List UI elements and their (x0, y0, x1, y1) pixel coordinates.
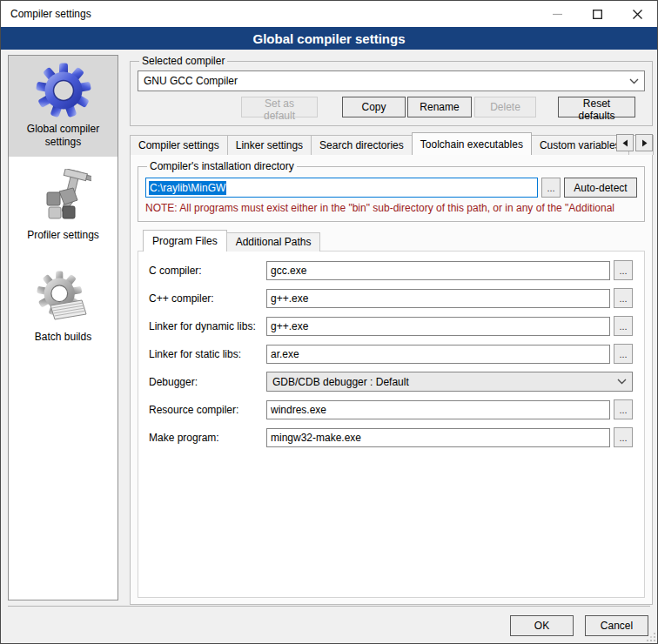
delete-button[interactable]: Delete (474, 97, 536, 117)
title-bar: Compiler settings (1, 1, 657, 27)
subtab-additional-paths[interactable]: Additional Paths (226, 232, 321, 252)
tab-toolchain-executables[interactable]: Toolchain executables (412, 132, 532, 155)
auto-detect-button[interactable]: Auto-detect (564, 178, 637, 198)
window-title: Compiler settings (1, 8, 91, 20)
sidebar-item-label: Global compiler settings (11, 123, 115, 149)
make-program-input[interactable] (266, 428, 610, 447)
subtab-program-files[interactable]: Program Files (143, 230, 227, 252)
static-linker-label: Linker for static libs: (149, 348, 266, 360)
make-program-label: Make program: (149, 432, 266, 444)
sidebar-item-batch-builds[interactable]: Batch builds (9, 264, 118, 352)
c-compiler-browse-button[interactable]: ... (614, 260, 633, 280)
form-row-debugger: Debugger: GDB/CDB debugger : Default (149, 372, 633, 392)
compiler-select[interactable]: GNU GCC Compiler (138, 70, 645, 91)
settings-category-list: Global compiler settings Profiler (8, 55, 118, 600)
installation-directory-browse-button[interactable]: ... (541, 178, 561, 198)
program-files-panel: C compiler: ... C++ compiler: ... Linker… (138, 251, 645, 598)
caliper-icon (36, 169, 91, 225)
selected-compiler-legend: Selected compiler (139, 55, 227, 67)
form-row-cpp-compiler: C++ compiler: ... (149, 288, 633, 308)
close-button[interactable] (617, 1, 657, 27)
reset-defaults-button[interactable]: Reset defaults (558, 97, 635, 117)
form-row-resource-compiler: Resource compiler: ... (149, 399, 633, 419)
static-linker-input[interactable] (266, 345, 610, 364)
debugger-select[interactable]: GDB/CDB debugger : Default (266, 372, 633, 392)
program-tabs: Program Files Additional Paths (143, 230, 645, 252)
sidebar-item-profiler-settings[interactable]: Profiler settings (9, 162, 118, 250)
debugger-select-value: GDB/CDB debugger : Default (272, 376, 617, 388)
sidebar-item-label: Profiler settings (11, 229, 115, 242)
sidebar-item-global-compiler-settings[interactable]: Global compiler settings (9, 56, 118, 157)
static-linker-browse-button[interactable]: ... (614, 344, 633, 364)
tab-scroll-left-button[interactable] (616, 134, 634, 151)
chevron-down-icon (617, 379, 627, 385)
arrow-left-icon (622, 139, 628, 147)
ok-button[interactable]: OK (510, 615, 574, 636)
minimize-button[interactable] (537, 1, 577, 27)
arrow-right-icon (641, 139, 648, 147)
close-icon (633, 10, 642, 19)
resource-compiler-input[interactable] (266, 400, 610, 419)
cpp-compiler-browse-button[interactable]: ... (614, 288, 633, 308)
cpp-compiler-label: C++ compiler: (149, 292, 266, 305)
cpp-compiler-input[interactable] (266, 289, 610, 308)
maximize-icon (593, 10, 602, 19)
rename-button[interactable]: Rename (407, 97, 472, 117)
copy-button[interactable]: Copy (342, 97, 406, 117)
tab-scroll-right-button[interactable] (635, 134, 653, 151)
make-program-browse-button[interactable]: ... (614, 427, 633, 447)
tab-search-directories[interactable]: Search directories (311, 135, 413, 155)
installation-directory-note: NOTE: All programs must exist either in … (145, 202, 637, 214)
gray-gear-stack-icon (36, 271, 91, 326)
installation-directory-value: C:\raylib\MinGW (149, 181, 226, 195)
form-row-make-program: Make program: ... (149, 427, 633, 447)
debugger-label: Debugger: (149, 376, 266, 388)
c-compiler-input[interactable] (266, 261, 610, 280)
selected-compiler-group: Selected compiler GNU GCC Compiler Set a… (130, 55, 653, 126)
sidebar-item-label: Batch builds (11, 331, 115, 344)
c-compiler-label: C compiler: (149, 265, 266, 277)
resource-compiler-label: Resource compiler: (149, 404, 266, 416)
dialog-footer: OK Cancel (8, 606, 650, 637)
chevron-down-icon (629, 78, 639, 84)
compiler-select-value: GNU GCC Compiler (144, 75, 629, 87)
installation-directory-group: Compiler's installation directory C:\ray… (138, 160, 645, 222)
dynamic-linker-label: Linker for dynamic libs: (149, 320, 266, 332)
resource-compiler-browse-button[interactable]: ... (614, 399, 633, 419)
set-as-default-button[interactable]: Set as default (241, 97, 318, 117)
dynamic-linker-input[interactable] (266, 317, 610, 336)
dynamic-linker-browse-button[interactable]: ... (614, 316, 633, 336)
compiler-tabs: Compiler settings Linker settings Search… (130, 132, 653, 155)
form-row-dynamic-linker: Linker for dynamic libs: ... (149, 316, 633, 336)
blue-gear-icon (36, 63, 91, 118)
compiler-settings-dialog: Compiler settings Global compiler settin… (0, 0, 658, 644)
toolchain-executables-panel: Compiler's installation directory C:\ray… (130, 154, 653, 605)
dialog-heading: Global compiler settings (1, 27, 657, 50)
cancel-button[interactable]: Cancel (585, 615, 648, 636)
maximize-button[interactable] (577, 1, 617, 27)
installation-directory-input[interactable]: C:\raylib\MinGW (145, 178, 538, 198)
minimize-icon (553, 10, 562, 19)
tab-linker-settings[interactable]: Linker settings (227, 135, 312, 155)
resize-grip[interactable] (646, 632, 656, 642)
tab-compiler-settings[interactable]: Compiler settings (130, 135, 228, 155)
form-row-static-linker: Linker for static libs: ... (149, 344, 633, 364)
installation-directory-legend: Compiler's installation directory (147, 160, 297, 172)
settings-content: Selected compiler GNU GCC Compiler Set a… (130, 55, 653, 601)
form-row-c-compiler: C compiler: ... (149, 260, 633, 280)
